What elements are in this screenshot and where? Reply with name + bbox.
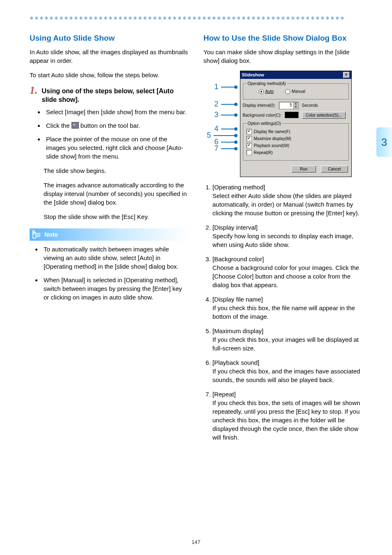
background-color-label: Background color(C): xyxy=(243,113,281,117)
page: ❖❖❖❖❖❖❖❖❖❖❖❖❖❖❖❖❖❖❖❖❖❖❖❖❖❖❖❖❖❖❖❖❖❖❖❖❖❖❖❖… xyxy=(0,0,392,555)
bullet-click-toolbar: Click the button on the tool bar. xyxy=(44,121,189,130)
callout-5: 5 xyxy=(207,131,211,140)
item-body: If you check this box, and the images ha… xyxy=(212,368,360,383)
item-body: Specify how long in seconds to display e… xyxy=(212,233,353,248)
slideshow-toolbar-icon xyxy=(71,122,79,129)
step-bullet-list: Select [Image] then [slide show] from th… xyxy=(30,108,189,161)
list-item: [Maximum display]If you check this box, … xyxy=(212,327,362,352)
checkbox-icon xyxy=(247,150,252,155)
list-item: [Background color]Choose a background co… xyxy=(212,255,362,289)
operating-method-group: Operating method(A) Auto Manual xyxy=(243,81,349,99)
result-advance: The images advance automatically accordi… xyxy=(44,181,189,207)
item-body: Select either Auto slide show (the slide… xyxy=(212,192,360,216)
dialog-title: Slideshow xyxy=(242,72,264,77)
checkbox-playback-sound[interactable]: ✔Playback sound(W) xyxy=(247,142,345,149)
item-title: [Repeat] xyxy=(212,391,236,398)
two-column-layout: Using Auto Slide Show In Auto slide show… xyxy=(30,33,362,447)
note-label: Note xyxy=(44,231,58,238)
item-body: Choose a background color for your image… xyxy=(212,264,359,288)
note-bullet-manual: When [Manual] is selected in [Operating … xyxy=(42,276,189,302)
decorative-diamond-row: ❖❖❖❖❖❖❖❖❖❖❖❖❖❖❖❖❖❖❖❖❖❖❖❖❖❖❖❖❖❖❖❖❖❖❖❖❖❖❖❖… xyxy=(30,16,362,21)
radio-auto[interactable]: Auto xyxy=(259,89,274,94)
note-bullet-auto: To automatically switch between images w… xyxy=(42,245,189,271)
callout-7: 7 xyxy=(214,144,219,153)
interval-spinner[interactable]: 5 ▲▼ xyxy=(279,102,299,109)
checkbox-display-filename[interactable]: ✔Display file name(F) xyxy=(247,128,345,135)
color-selection-button[interactable]: Color selection(S)... xyxy=(302,112,346,119)
display-interval-row: Display interval(I): 5 ▲▼ Seconds xyxy=(243,102,349,109)
step-result-block: The slide show begins. The images advanc… xyxy=(44,166,189,221)
item-title: [Maximum display] xyxy=(212,327,263,334)
list-item: [Operating method]Select either Auto sli… xyxy=(212,183,362,217)
item-body: If you check this box, the file name wil… xyxy=(212,304,355,320)
step-instruction: Using one of the steps below, select [Au… xyxy=(42,85,189,104)
step-1: 1. Using one of the steps below, select … xyxy=(30,85,189,104)
callout-1: 1 xyxy=(214,83,219,91)
radio-icon xyxy=(259,89,264,94)
list-item: [Repeat]If you check this box, the sets … xyxy=(212,390,362,442)
left-intro-1: In Auto slide show, all the images displ… xyxy=(30,48,189,65)
seconds-label: Seconds xyxy=(302,103,318,108)
checkbox-icon: ✔ xyxy=(247,143,252,148)
slideshow-dialog: Slideshow × Operating method(A) Auto Man… xyxy=(240,71,352,177)
list-item: [Display file name]If you check this box… xyxy=(212,295,362,321)
explanation-list: [Operating method]Select either Auto sli… xyxy=(203,183,362,442)
cancel-button[interactable]: Cancel xyxy=(321,166,348,173)
list-item: [Playback sound]If you check this box, a… xyxy=(212,358,362,384)
display-interval-label: Display interval(I): xyxy=(243,103,276,108)
note-icon xyxy=(32,230,41,239)
bullet-right-click: Place the pointer of the mouse on one of… xyxy=(44,135,189,161)
item-title: [Background color] xyxy=(212,256,264,263)
checkbox-repeat[interactable]: Repeat(R) xyxy=(247,149,345,156)
list-item: [Display interval]Specify how long in se… xyxy=(212,223,362,249)
spinner-down-icon[interactable]: ▼ xyxy=(293,106,298,109)
item-title: [Display interval] xyxy=(212,224,258,231)
background-color-row: Background color(C): Color selection(S).… xyxy=(243,112,349,119)
color-swatch xyxy=(285,112,299,118)
bullet-click-toolbar-before: Click the xyxy=(46,122,71,129)
item-title: [Playback sound] xyxy=(212,359,259,366)
chapter-number: 3 xyxy=(381,136,387,149)
right-column: How to Use the Slide Show Dialog Box You… xyxy=(203,33,362,447)
bullet-select-menu: Select [Image] then [slide show] from th… xyxy=(44,108,189,116)
right-intro: You can make slide show display settings… xyxy=(203,48,362,65)
checkbox-icon: ✔ xyxy=(247,129,252,134)
option-settings-group: Option settings(O) ✔Display file name(F)… xyxy=(243,121,349,161)
result-begins: The slide show begins. xyxy=(44,166,189,175)
chapter-side-tab: 3 xyxy=(376,127,392,157)
item-title: [Operating method] xyxy=(212,184,265,191)
left-intro-2: To start Auto slide show, follow the ste… xyxy=(30,71,189,79)
item-body: If you check this box, the sets of image… xyxy=(212,399,360,441)
step-number: 1. xyxy=(30,85,38,96)
radio-manual[interactable]: Manual xyxy=(285,89,305,94)
callout-2: 2 xyxy=(214,100,219,108)
item-title: [Display file name] xyxy=(212,296,263,303)
result-stop: Stop the slide show with the [Esc] Key. xyxy=(44,212,189,221)
item-body: If you check this box, your images will … xyxy=(212,336,359,352)
close-icon[interactable]: × xyxy=(343,72,350,78)
right-heading: How to Use the Slide Show Dialog Box xyxy=(203,33,362,44)
callout-numbers: 1 2 3 4 5 6 7 xyxy=(214,71,238,177)
left-column: Using Auto Slide Show In Auto slide show… xyxy=(30,33,189,447)
bullet-click-toolbar-after: button on the tool bar. xyxy=(81,122,140,129)
dialog-buttons: Run Cancel xyxy=(240,163,351,177)
operating-method-legend: Operating method(A) xyxy=(247,81,287,86)
option-settings-legend: Option settings(O) xyxy=(247,121,282,126)
note-heading-bar: Note xyxy=(30,228,189,241)
page-number: 147 xyxy=(0,539,392,545)
interval-value: 5 xyxy=(279,102,293,109)
checkbox-maximize[interactable]: ✔Maximize display(M) xyxy=(247,135,345,142)
left-heading: Using Auto Slide Show xyxy=(30,33,189,44)
note-bullet-list: To automatically switch between images w… xyxy=(30,245,189,302)
dialog-figure: 1 2 3 4 5 6 7 Slideshow × xyxy=(203,71,362,177)
run-button[interactable]: Run xyxy=(291,166,316,173)
spinner-up-icon[interactable]: ▲ xyxy=(293,102,298,106)
radio-icon xyxy=(285,89,290,94)
dialog-titlebar: Slideshow × xyxy=(240,71,351,79)
checkbox-icon: ✔ xyxy=(247,136,252,141)
callout-3: 3 xyxy=(214,111,219,119)
